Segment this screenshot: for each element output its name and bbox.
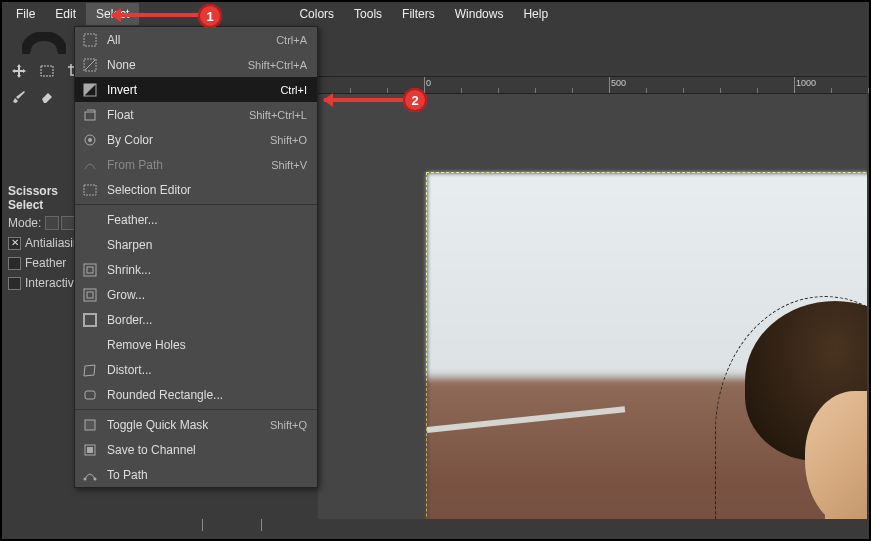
menu-item-label: To Path <box>107 468 307 482</box>
menu-colors[interactable]: Colors <box>289 3 344 25</box>
menu-item-feather[interactable]: Feather... <box>75 207 317 232</box>
select-menu-dropdown: AllCtrl+ANoneShift+Ctrl+AInvertCtrl+IFlo… <box>74 26 318 488</box>
svg-point-18 <box>84 477 87 480</box>
ruler-minor-tick <box>720 88 721 93</box>
menu-item-none[interactable]: NoneShift+Ctrl+A <box>75 52 317 77</box>
menu-separator <box>75 409 317 410</box>
feather-checkbox[interactable] <box>8 257 21 270</box>
save-channel-icon <box>81 441 99 459</box>
person-figure <box>705 281 867 519</box>
ruler-label: 0 <box>426 78 431 88</box>
menu-separator <box>75 204 317 205</box>
border-icon <box>81 311 99 329</box>
menu-help[interactable]: Help <box>513 3 558 25</box>
mode-label: Mode: <box>8 216 41 230</box>
menu-item-accelerator: Shift+Ctrl+L <box>249 109 307 121</box>
to-path-icon <box>81 466 99 484</box>
svg-rect-10 <box>87 267 93 273</box>
mode-icons[interactable] <box>45 216 75 230</box>
menu-item-label: None <box>107 58 248 72</box>
menu-item-accelerator: Shift+O <box>270 134 307 146</box>
move-tool-icon[interactable] <box>8 60 30 82</box>
selection-editor-icon <box>81 181 99 199</box>
menu-item-to-path[interactable]: To Path <box>75 462 317 487</box>
menu-item-all[interactable]: AllCtrl+A <box>75 27 317 52</box>
ruler-minor-tick <box>646 88 647 93</box>
menu-item-rounded-rectangle[interactable]: Rounded Rectangle... <box>75 382 317 407</box>
svg-rect-9 <box>84 264 96 276</box>
menu-item-border[interactable]: Border... <box>75 307 317 332</box>
horizontal-ruler: -5000500100015002000 <box>318 76 867 94</box>
annotation-arrow-1 <box>112 13 200 17</box>
interactive-label: Interactive <box>25 276 80 290</box>
menu-item-remove-holes[interactable]: Remove Holes <box>75 332 317 357</box>
by-color-icon <box>81 131 99 149</box>
quick-mask-icon <box>81 416 99 434</box>
ruler-label: 500 <box>611 78 626 88</box>
ruler-minor-tick <box>461 88 462 93</box>
menu-item-save-to-channel[interactable]: Save to Channel <box>75 437 317 462</box>
svg-point-19 <box>94 477 97 480</box>
paintbrush-tool-icon[interactable] <box>8 86 30 108</box>
menu-file[interactable]: File <box>6 3 45 25</box>
menu-item-accelerator: Ctrl+I <box>280 84 307 96</box>
select-all-icon <box>81 31 99 49</box>
eraser-tool-icon[interactable] <box>36 86 58 108</box>
svg-rect-1 <box>84 34 96 46</box>
ruler-minor-tick <box>535 88 536 93</box>
toolbox-row-2 <box>8 86 58 108</box>
svg-rect-8 <box>84 185 96 195</box>
menu-item-label: Selection Editor <box>107 183 307 197</box>
menu-item-label: All <box>107 33 276 47</box>
svg-rect-0 <box>41 66 53 76</box>
remove-holes-icon <box>81 336 99 354</box>
ruler-minor-tick <box>683 88 684 93</box>
menu-item-distort[interactable]: Distort... <box>75 357 317 382</box>
menu-item-label: From Path <box>107 158 271 172</box>
menu-item-grow[interactable]: Grow... <box>75 282 317 307</box>
canvas-area[interactable] <box>318 94 867 519</box>
ruler-minor-tick <box>868 88 869 93</box>
menu-item-label: By Color <box>107 133 270 147</box>
menu-item-selection-editor[interactable]: Selection Editor <box>75 177 317 202</box>
rect-select-tool-icon[interactable] <box>36 60 58 82</box>
menu-item-accelerator: Ctrl+A <box>276 34 307 46</box>
menu-item-by-color[interactable]: By ColorShift+O <box>75 127 317 152</box>
interactive-checkbox[interactable] <box>8 277 21 290</box>
ruler-tick <box>424 77 425 93</box>
menu-item-float[interactable]: FloatShift+Ctrl+L <box>75 102 317 127</box>
sharpen-icon <box>81 236 99 254</box>
menu-item-label: Invert <box>107 83 280 97</box>
ruler-minor-tick <box>831 88 832 93</box>
svg-rect-12 <box>84 289 96 301</box>
antialiasing-checkbox[interactable] <box>8 237 21 250</box>
menu-item-accelerator: Shift+Q <box>270 419 307 431</box>
menu-windows[interactable]: Windows <box>445 3 514 25</box>
grow-icon <box>81 286 99 304</box>
menu-edit[interactable]: Edit <box>45 3 86 25</box>
menu-tools[interactable]: Tools <box>344 3 392 25</box>
svg-rect-11 <box>87 292 93 298</box>
feather-icon <box>81 211 99 229</box>
svg-rect-15 <box>85 420 95 430</box>
float-icon <box>81 106 99 124</box>
distort-icon <box>81 361 99 379</box>
menu-item-invert[interactable]: InvertCtrl+I <box>75 77 317 102</box>
svg-line-3 <box>85 60 95 70</box>
menu-filters[interactable]: Filters <box>392 3 445 25</box>
svg-rect-14 <box>85 391 95 399</box>
image-selection-bounds <box>426 172 867 519</box>
menu-item-label: Toggle Quick Mask <box>107 418 270 432</box>
person-selection-outline <box>715 296 867 519</box>
ruler-tick <box>794 77 795 93</box>
menu-item-sharpen[interactable]: Sharpen <box>75 232 317 257</box>
menu-item-from-path: From PathShift+V <box>75 152 317 177</box>
menu-item-label: Border... <box>107 313 307 327</box>
annotation-badge-2: 2 <box>403 88 427 112</box>
feather-label: Feather <box>25 256 66 270</box>
menu-item-toggle-quick-mask[interactable]: Toggle Quick MaskShift+Q <box>75 412 317 437</box>
annotation-arrow-2 <box>324 98 406 102</box>
shrink-icon <box>81 261 99 279</box>
menu-item-shrink[interactable]: Shrink... <box>75 257 317 282</box>
svg-point-7 <box>88 138 92 142</box>
